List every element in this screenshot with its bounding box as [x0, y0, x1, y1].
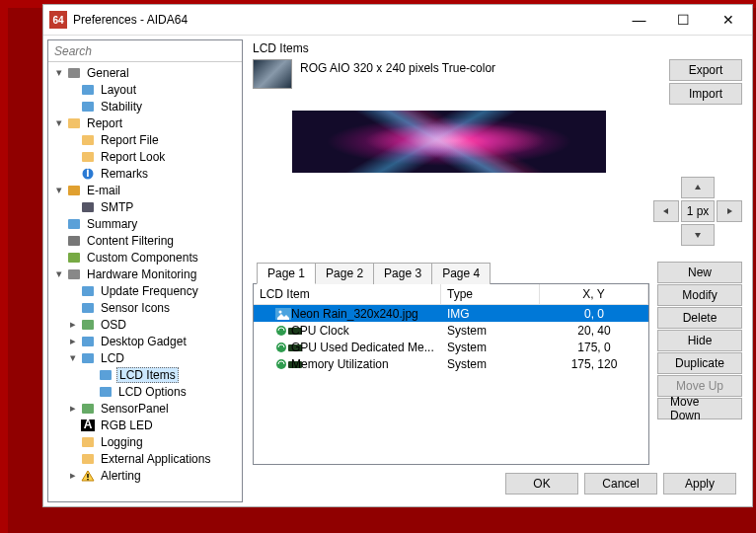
lcd-items-table[interactable]: LCD Item Type X, Y Neon Rain_320x240.jpg… — [253, 283, 649, 465]
hide-button[interactable]: Hide — [657, 330, 742, 351]
move-up-button[interactable]: Move Up — [657, 375, 742, 397]
tree-item-sensorpanel[interactable]: ▸SensorPanel — [48, 400, 242, 417]
export-button[interactable]: Export — [669, 59, 742, 81]
svg-rect-9 — [82, 202, 94, 212]
tree-twist-icon[interactable]: ▾ — [52, 67, 66, 78]
tree-twist-icon[interactable]: ▸ — [66, 403, 80, 414]
tree-item-lcd-items[interactable]: LCD Items — [48, 366, 242, 383]
col-xy[interactable]: X, Y — [540, 284, 648, 304]
nudge-step-button[interactable]: 1 px — [681, 200, 715, 222]
tree-item-layout[interactable]: Layout — [48, 81, 242, 98]
page-icon — [80, 133, 96, 147]
col-item[interactable]: LCD Item — [254, 284, 441, 304]
tab-page-4[interactable]: Page 4 — [431, 263, 491, 284]
table-row[interactable]: Neon Rain_320x240.jpgIMG0, 0 — [254, 305, 648, 322]
lcd-device-icon — [253, 59, 292, 89]
new-button[interactable]: New — [657, 262, 742, 283]
tree-label: External Applications — [99, 452, 212, 466]
log-icon — [80, 435, 96, 449]
item-name: Memory Utilization — [291, 357, 389, 371]
tree-item-report-file[interactable]: Report File — [48, 131, 242, 148]
lcd-preview[interactable] — [292, 111, 606, 173]
tree-item-hardware-monitoring[interactable]: ▾Hardware Monitoring — [48, 266, 242, 282]
tree-item-general[interactable]: ▾General — [48, 64, 242, 81]
svg-rect-24 — [82, 437, 94, 447]
tree-item-update-frequency[interactable]: Update Frequency — [48, 282, 242, 299]
svg-point-29 — [279, 310, 282, 313]
tree-label: Hardware Monitoring — [85, 267, 198, 281]
col-type[interactable]: Type — [441, 284, 540, 304]
tree-item-smtp[interactable]: SMTP — [48, 198, 242, 215]
tree-item-stability[interactable]: Stability — [48, 98, 242, 114]
alert-icon — [80, 469, 96, 483]
tree-twist-icon[interactable]: ▸ — [66, 319, 80, 330]
duplicate-button[interactable]: Duplicate — [657, 352, 742, 374]
tree-twist-icon[interactable]: ▾ — [52, 185, 66, 195]
hw-icon — [66, 267, 82, 281]
tree-item-lcd-options[interactable]: LCD Options — [48, 383, 242, 400]
nudge-right-button[interactable] — [717, 200, 742, 222]
tree-twist-icon[interactable]: ▸ — [66, 336, 80, 346]
tree-item-rgb-led[interactable]: ARGB LED — [48, 417, 242, 433]
tree-label: E-mail — [85, 184, 122, 197]
cancel-button[interactable]: Cancel — [584, 473, 657, 495]
nudge-pad: 1 px — [653, 177, 742, 246]
tree-label: SMTP — [99, 200, 135, 214]
tree-label: RGB LED — [99, 419, 155, 432]
tree-item-report-look[interactable]: Report Look — [48, 148, 242, 165]
tree-twist-icon[interactable]: ▾ — [52, 117, 66, 128]
svg-text:i: i — [86, 168, 89, 180]
titlebar[interactable]: 64 Preferences - AIDA64 — ☐ ✕ — [43, 5, 752, 35]
tree-item-alerting[interactable]: ▸Alerting — [48, 467, 242, 484]
table-row[interactable]: CPU ClockSystem20, 40 — [254, 322, 648, 339]
apply-button[interactable]: Apply — [663, 473, 736, 495]
nudge-left-button[interactable] — [653, 200, 679, 222]
tree-label: LCD Options — [116, 385, 189, 399]
stability-icon — [80, 100, 96, 114]
layout-icon — [80, 83, 96, 97]
import-button[interactable]: Import — [669, 83, 742, 105]
nudge-up-button[interactable] — [681, 177, 715, 198]
maximize-button[interactable]: ☐ — [661, 6, 706, 34]
nudge-down-button[interactable] — [681, 224, 715, 246]
item-xy: 20, 40 — [540, 324, 648, 338]
page-icon — [80, 150, 96, 164]
lcd-description: ROG AIO 320 x 240 pixels True-color — [300, 59, 661, 75]
tree-twist-icon[interactable]: ▾ — [66, 352, 80, 363]
tree-item-custom-components[interactable]: Custom Components — [48, 249, 242, 266]
tab-page-3[interactable]: Page 3 — [373, 263, 432, 284]
tree-label: Report — [85, 116, 124, 130]
move-down-button[interactable]: Move Down — [657, 398, 742, 419]
gear-icon — [66, 66, 82, 80]
minimize-button[interactable]: — — [617, 6, 661, 34]
tree-item-desktop-gadget[interactable]: ▸Desktop Gadget — [48, 333, 242, 349]
ok-button[interactable]: OK — [505, 473, 578, 495]
tab-page-1[interactable]: Page 1 — [257, 263, 316, 284]
tree-item-e-mail[interactable]: ▾E-mail — [48, 182, 242, 198]
modify-button[interactable]: Modify — [657, 284, 742, 306]
tree-item-logging[interactable]: Logging — [48, 433, 242, 450]
spanel-icon — [80, 402, 96, 416]
table-row[interactable]: GPU Used Dedicated Me...System175, 0 — [254, 339, 648, 355]
folder-icon — [66, 116, 82, 130]
rgb-icon: A — [80, 419, 96, 432]
tree-item-external-applications[interactable]: External Applications — [48, 450, 242, 467]
tree-item-report[interactable]: ▾Report — [48, 114, 242, 131]
tree-label: Update Frequency — [99, 284, 200, 298]
tree-item-content-filtering[interactable]: Content Filtering — [48, 232, 242, 249]
delete-button[interactable]: Delete — [657, 307, 742, 329]
tree-item-remarks[interactable]: iRemarks — [48, 165, 242, 182]
tree-twist-icon[interactable]: ▾ — [52, 268, 66, 279]
search-input[interactable] — [48, 40, 242, 62]
tree-item-lcd[interactable]: ▾LCD — [48, 349, 242, 366]
tree-item-sensor-icons[interactable]: Sensor Icons — [48, 299, 242, 316]
sys-icon — [275, 342, 289, 353]
nav-tree[interactable]: ▾GeneralLayoutStability▾ReportReport Fil… — [48, 62, 242, 501]
close-button[interactable]: ✕ — [706, 6, 750, 34]
summary-icon — [66, 217, 82, 231]
tree-item-summary[interactable]: Summary — [48, 215, 242, 232]
tab-page-2[interactable]: Page 2 — [315, 263, 374, 284]
tree-twist-icon[interactable]: ▸ — [66, 470, 80, 481]
table-row[interactable]: Memory UtilizationSystem175, 120 — [254, 355, 648, 372]
tree-item-osd[interactable]: ▸OSD — [48, 316, 242, 333]
